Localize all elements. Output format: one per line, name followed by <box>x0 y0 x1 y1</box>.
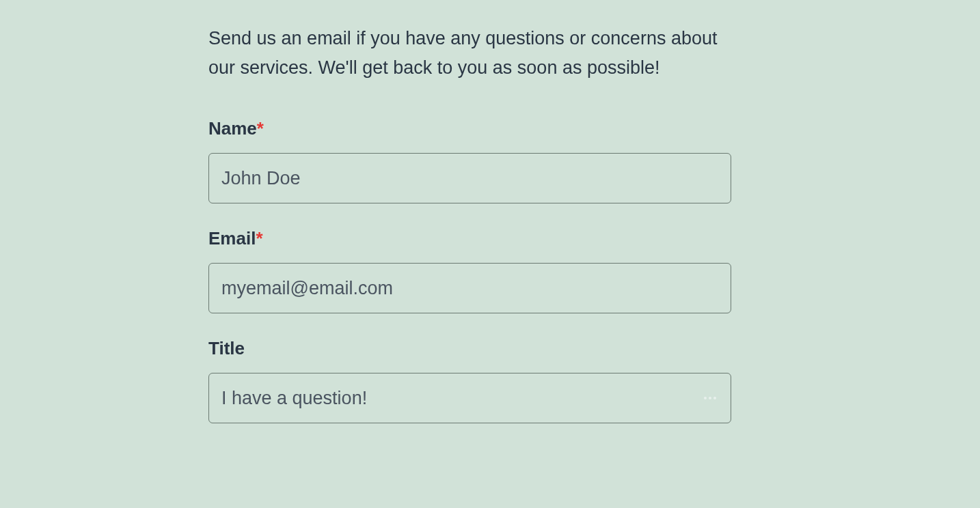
email-label: Email* <box>208 228 731 249</box>
title-label-text: Title <box>208 338 245 358</box>
email-label-text: Email <box>208 228 256 249</box>
email-field-group: Email* <box>208 228 731 313</box>
title-label: Title <box>208 338 731 359</box>
name-label: Name* <box>208 118 731 139</box>
email-required-marker: * <box>256 228 262 249</box>
contact-form-container: Send us an email if you have any questio… <box>208 24 731 423</box>
name-required-marker: * <box>257 118 264 139</box>
title-input[interactable] <box>208 373 731 423</box>
title-field-group: Title <box>208 338 731 423</box>
intro-text: Send us an email if you have any questio… <box>208 24 731 83</box>
title-input-wrapper <box>208 373 731 423</box>
name-label-text: Name <box>208 118 257 139</box>
name-input[interactable] <box>208 153 731 203</box>
email-input[interactable] <box>208 263 731 313</box>
name-field-group: Name* <box>208 118 731 203</box>
